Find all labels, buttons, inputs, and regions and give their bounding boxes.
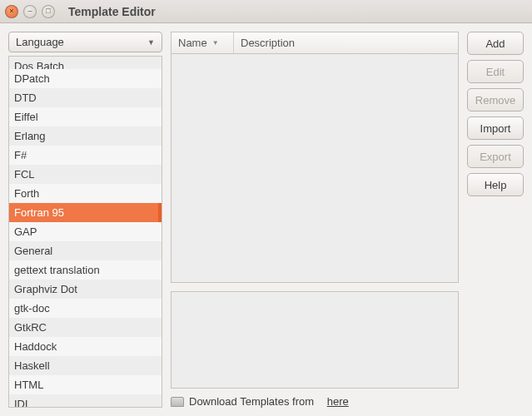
language-item-label: FCL (14, 168, 35, 181)
table-header: Name ▼ Description (172, 32, 458, 54)
language-item[interactable]: Erlang (9, 126, 162, 146)
language-item[interactable]: gtk-doc (9, 299, 162, 318)
templates-table[interactable]: Name ▼ Description (171, 32, 459, 283)
column-description[interactable]: Description (234, 32, 458, 53)
language-item[interactable]: Haddock (9, 337, 162, 356)
language-item-label: HTML (14, 379, 43, 391)
language-item[interactable]: IDL (9, 394, 162, 408)
minimize-icon[interactable]: – (23, 5, 37, 18)
language-item[interactable]: GAP (9, 222, 162, 241)
language-item-label: Haddock (14, 340, 57, 353)
language-item-label: DPatch (14, 72, 50, 85)
language-item[interactable]: gettext translation (9, 260, 162, 280)
language-item-label: Dos Batch (14, 60, 64, 69)
column-name[interactable]: Name ▼ (172, 32, 234, 53)
sort-down-icon: ▼ (212, 39, 219, 47)
language-item[interactable]: FCL (9, 165, 162, 184)
language-item-label: Haskell (14, 359, 50, 372)
language-item-label: GAP (14, 225, 37, 238)
download-link[interactable]: here (327, 395, 349, 408)
language-dropdown-label: Language (16, 36, 64, 48)
language-item[interactable]: DPatch (9, 69, 162, 88)
download-row: Download Templates from here (171, 395, 459, 408)
column-name-label: Name (178, 37, 207, 49)
content: Language ▼ Dos BatchDPatchDTDEiffelErlan… (0, 23, 532, 416)
language-item[interactable]: HTML (9, 375, 162, 394)
language-item[interactable]: Graphviz Dot (9, 280, 162, 299)
titlebar: × – □ Template Editor (0, 0, 532, 23)
language-item-label: Eiffel (14, 111, 38, 123)
chevron-down-icon: ▼ (147, 38, 155, 47)
column-description-label: Description (241, 37, 295, 49)
window-title: Template Editor (68, 5, 156, 18)
remove-button: Remove (467, 88, 524, 111)
language-item-label: IDL (14, 398, 31, 408)
left-column: Language ▼ Dos BatchDPatchDTDEiffelErlan… (8, 32, 162, 408)
language-item[interactable]: DTD (9, 88, 162, 107)
center-column: Name ▼ Description Download Templates fr… (171, 32, 459, 408)
language-item[interactable]: F# (9, 146, 162, 165)
language-item-label: Graphviz Dot (14, 283, 77, 295)
language-list[interactable]: Dos BatchDPatchDTDEiffelErlangF#FCLForth… (8, 56, 162, 408)
language-item-label: Forth (14, 187, 39, 200)
language-item-label: Fortran 95 (14, 206, 64, 219)
language-item-label: F# (14, 149, 27, 161)
language-item[interactable]: General (9, 241, 162, 260)
preview-area (171, 291, 459, 389)
language-item-label: General (14, 245, 52, 257)
language-item[interactable]: Fortran 95 (9, 203, 162, 222)
language-item-label: DTD (14, 92, 37, 104)
download-text: Download Templates from (189, 395, 314, 408)
language-dropdown[interactable]: Language ▼ (8, 32, 162, 52)
language-item-label: gettext translation (14, 264, 100, 276)
disk-icon (171, 397, 184, 407)
import-button[interactable]: Import (467, 116, 524, 140)
language-item[interactable]: Haskell (9, 356, 162, 375)
language-item[interactable]: Eiffel (9, 107, 162, 126)
language-item[interactable]: Dos Batch (9, 57, 162, 69)
export-button: Export (467, 145, 524, 168)
close-icon[interactable]: × (5, 5, 18, 18)
language-item[interactable]: GtkRC (9, 318, 162, 337)
language-item-label: Erlang (14, 130, 46, 142)
edit-button: Edit (467, 60, 524, 83)
right-column: Add Edit Remove Import Export Help (467, 32, 524, 408)
language-item[interactable]: Forth (9, 184, 162, 203)
add-button[interactable]: Add (467, 32, 524, 55)
language-item-label: gtk-doc (14, 302, 50, 314)
language-item-label: GtkRC (14, 321, 47, 334)
maximize-icon[interactable]: □ (42, 5, 55, 18)
help-button[interactable]: Help (467, 173, 524, 196)
